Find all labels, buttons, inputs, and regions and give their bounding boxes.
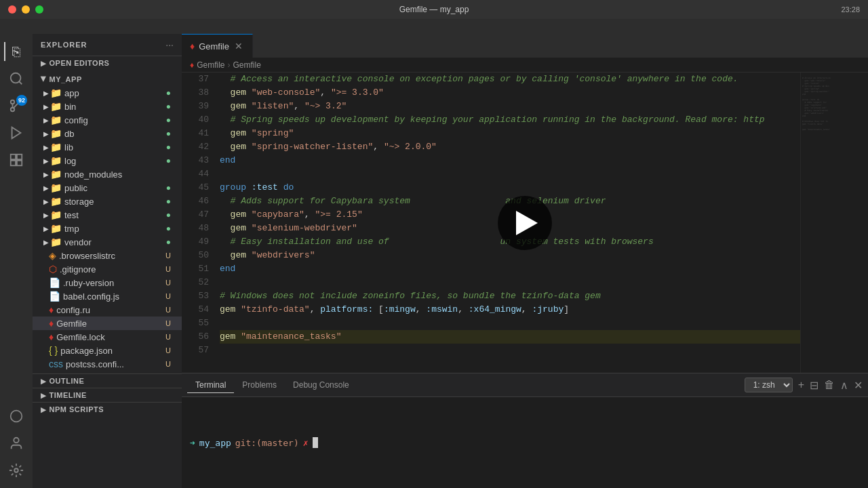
line-num-46: 46: [182, 195, 209, 208]
breadcrumb-path1[interactable]: Gemfile: [197, 60, 224, 70]
sidebar-header: Explorer ···: [33, 34, 182, 56]
sidebar-item-lib[interactable]: ▶ 📁 lib ●: [33, 140, 182, 154]
file-icon: { }: [49, 345, 58, 356]
sidebar-actions[interactable]: ···: [165, 39, 174, 50]
terminal-shell-select[interactable]: 1: zsh: [745, 378, 793, 392]
sidebar-item-gitignore[interactable]: ⬡ .gitignore U: [33, 262, 182, 276]
folder-icon: 📁: [50, 169, 62, 180]
sidebar-item-public[interactable]: ▶ 📁 public ●: [33, 181, 182, 195]
editor-area: ♦ Gemfile ✕ ♦ Gemfile › Gemfile 37 38 39…: [182, 34, 868, 488]
item-label: config: [64, 115, 88, 125]
play-button[interactable]: [498, 196, 552, 250]
sidebar-item-bin[interactable]: ▶ 📁 bin ●: [33, 100, 182, 113]
code-editor[interactable]: 37 38 39 40 41 42 43 44 45 46 47 48 49 5…: [182, 73, 800, 373]
file-icon: ⬡: [49, 264, 57, 274]
code-line-50: gem "webdrivers": [220, 249, 800, 262]
sidebar-item-app[interactable]: ▶ 📁 app ●: [33, 86, 182, 100]
sidebar-item-config-ru[interactable]: ♦ config.ru U: [33, 303, 182, 317]
sidebar-item-browserslistrc[interactable]: ◈ .browserslistrc U: [33, 249, 182, 262]
sidebar-item-log[interactable]: ▶ 📁 log ●: [33, 154, 182, 167]
item-label: .browserslistrc: [59, 251, 115, 261]
svg-point-12: [14, 468, 18, 472]
untracked-badge: U: [165, 346, 171, 354]
explorer-activity-icon[interactable]: ⎘: [4, 39, 28, 64]
gemfile-tab-close[interactable]: ✕: [233, 41, 244, 52]
gemfile-tab-icon: ♦: [190, 41, 195, 52]
line-num-51: 51: [182, 262, 209, 276]
line-num-54: 54: [182, 303, 209, 317]
video-overlay[interactable]: [498, 196, 552, 250]
sidebar-item-config[interactable]: ▶ 📁 config ●: [33, 113, 182, 127]
remote-activity-icon[interactable]: [4, 404, 28, 428]
my-app-label: MY_APP: [50, 75, 82, 83]
source-control-activity-icon[interactable]: 92: [4, 94, 28, 118]
folder-icon: 📁: [50, 209, 62, 220]
my-app-chevron: ▶: [40, 77, 47, 83]
untracked-badge: U: [165, 251, 171, 260]
minimap-content: # Access an interactive gem "web-console…: [801, 73, 868, 135]
terminal-add-icon[interactable]: +: [798, 379, 804, 391]
folder-chevron: ▶: [43, 117, 49, 124]
sidebar-item-package-json[interactable]: { } package.json U: [33, 344, 182, 357]
code-line-42: gem "spring-watcher-listen", "~> 2.0.0": [220, 140, 800, 154]
terminal-tab-debug[interactable]: Debug Console: [285, 378, 357, 392]
code-line-57: [220, 344, 800, 357]
run-activity-icon[interactable]: [4, 121, 28, 145]
item-label: Gemfile: [56, 319, 87, 329]
maximize-button[interactable]: [35, 5, 43, 14]
item-label: babel.config.js: [63, 291, 119, 302]
line-num-41: 41: [182, 127, 209, 140]
gemfile-tab[interactable]: ♦ Gemfile ✕: [182, 34, 253, 58]
terminal-tab-problems[interactable]: Problems: [234, 378, 285, 392]
folder-icon: 📁: [50, 223, 62, 234]
timeline-header[interactable]: ▶ Timeline: [33, 388, 182, 402]
sidebar-item-postcss[interactable]: css postcss.confi... U: [33, 357, 182, 371]
account-activity-icon[interactable]: [4, 431, 28, 455]
minimize-button[interactable]: [22, 5, 30, 14]
breadcrumb-separator: ›: [227, 60, 230, 70]
search-activity-icon[interactable]: [4, 66, 28, 91]
folder-icon: 📁: [50, 142, 62, 152]
terminal-directory: my_app: [199, 438, 231, 448]
folder-icon: 📁: [50, 128, 62, 139]
breadcrumb-path2[interactable]: Gemfile: [233, 60, 260, 70]
open-editors-label: Open Editors: [50, 59, 110, 67]
folder-icon: 📁: [50, 155, 62, 166]
sidebar-item-gemfile-lock[interactable]: ♦ Gemfile.lock U: [33, 330, 182, 344]
npm-scripts-header[interactable]: ▶ NPM Scripts: [33, 403, 182, 416]
sidebar-item-tmp[interactable]: ▶ 📁 tmp ●: [33, 222, 182, 235]
extensions-activity-icon[interactable]: [4, 148, 28, 172]
terminal-tab-terminal[interactable]: Terminal: [187, 378, 234, 393]
sidebar-item-vendor[interactable]: ▶ 📁 vendor ●: [33, 235, 182, 249]
line-num-53: 53: [182, 289, 209, 303]
sidebar-item-babel[interactable]: 📄 babel.config.js U: [33, 289, 182, 303]
item-label: vendor: [64, 237, 92, 247]
sidebar-item-node-modules[interactable]: ▶ 📁 node_modules: [33, 167, 182, 181]
svg-point-2: [11, 100, 15, 104]
file-icon: css: [49, 359, 63, 369]
terminal-trash-icon[interactable]: 🗑: [824, 379, 835, 391]
open-editors-header[interactable]: ▶ Open Editors: [33, 56, 182, 70]
sidebar-item-gemfile[interactable]: ♦ Gemfile U: [33, 317, 182, 330]
sidebar-menu-icon[interactable]: ···: [165, 39, 174, 50]
folder-icon: 📁: [50, 87, 62, 98]
file-icon: ◈: [49, 250, 56, 261]
close-button[interactable]: [8, 5, 16, 14]
outline-header[interactable]: ▶ Outline: [33, 374, 182, 388]
terminal-cursor[interactable]: [313, 437, 318, 448]
item-label: postcss.confi...: [66, 359, 124, 369]
terminal-split-icon[interactable]: ⊟: [810, 379, 818, 392]
sidebar-item-ruby-version[interactable]: 📄 .ruby-version U: [33, 276, 182, 289]
item-label: app: [64, 88, 79, 98]
sidebar-item-test[interactable]: ▶ 📁 test ●: [33, 208, 182, 222]
line-num-39: 39: [182, 100, 209, 113]
sidebar-item-storage[interactable]: ▶ 📁 storage ●: [33, 195, 182, 208]
terminal-up-icon[interactable]: ∧: [840, 379, 848, 392]
code-line-55: [220, 317, 800, 330]
file-icon: 📄: [49, 291, 60, 302]
traffic-lights[interactable]: [8, 5, 43, 14]
my-app-header[interactable]: ▶ MY_APP: [33, 73, 182, 86]
sidebar-item-db[interactable]: ▶ 📁 db ●: [33, 127, 182, 140]
settings-activity-icon[interactable]: [4, 458, 28, 483]
terminal-close-icon[interactable]: ✕: [854, 379, 863, 392]
